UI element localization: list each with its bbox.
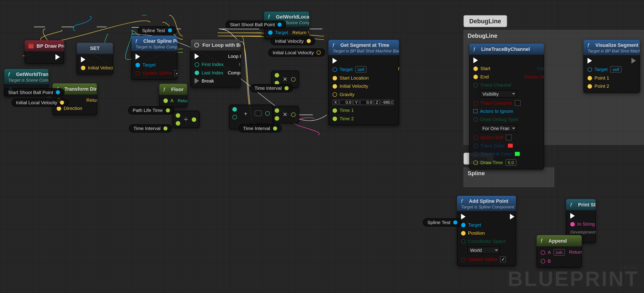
pin-draw-debug-type[interactable]: Draw Debug Type: [474, 116, 520, 122]
trace-channel-select[interactable]: Visibility: [480, 90, 517, 98]
variable-path-life-time[interactable]: Path Life Time: [128, 106, 174, 114]
pin-return-value[interactable]: Return Value: [86, 97, 97, 103]
variable-spline-test[interactable]: Spline Test: [138, 26, 177, 34]
node-append[interactable]: f Append Azxh B Return Value Add pin +: [536, 235, 582, 268]
pin-draw-time[interactable]: Draw Time5.0: [474, 159, 520, 166]
comment-tab[interactable]: DebugLine: [464, 15, 507, 27]
pin-target[interactable]: Targetself: [588, 66, 622, 73]
exec-in[interactable]: [461, 214, 506, 220]
pin-actors-to-ignore[interactable]: Actors to Ignore: [474, 108, 520, 114]
pin-coordinate-space[interactable]: Coordinate Space: [461, 239, 506, 244]
exec-in[interactable]: [474, 57, 520, 63]
exec-out[interactable]: [631, 58, 636, 63]
variable-start-shoot-ball-point[interactable]: Start Shoot Ball Point: [225, 20, 286, 29]
pin-b[interactable]: [274, 116, 279, 121]
pin-return-value[interactable]: Return Value: [569, 249, 582, 255]
pin-new-param1[interactable]: New Param 1: [398, 66, 399, 72]
checkbox[interactable]: [175, 70, 177, 76]
pin-trace-channel[interactable]: Trace Channel: [474, 82, 520, 88]
pin-a[interactable]: [274, 73, 279, 77]
pin-target[interactable]: Target: [136, 62, 177, 68]
node-set-initial-velocity[interactable]: SET Initial Velocity: [77, 43, 113, 74]
pin-target[interactable]: Target: [461, 222, 506, 228]
checkbox[interactable]: [514, 100, 520, 106]
pin-out[interactable]: [291, 77, 296, 81]
pin-last-index[interactable]: Last Index: [194, 70, 224, 75]
pin-initial-velocity[interactable]: Initial Velocity: [332, 83, 394, 89]
pin-out[interactable]: [291, 112, 296, 117]
node-clear-spline-points[interactable]: f Clear Spline Points Target is Spline C…: [132, 36, 177, 80]
pin-target[interactable]: Targetself: [332, 66, 394, 73]
checkbox[interactable]: [500, 256, 506, 262]
variable-start-shoot-ball-point[interactable]: Start Shoot Ball Point: [4, 88, 64, 96]
pin-point2[interactable]: Point 2: [588, 83, 622, 89]
pin-out[interactable]: [265, 111, 270, 116]
pin-b[interactable]: [232, 115, 237, 119]
pin-position[interactable]: Position: [461, 230, 506, 236]
pin-index[interactable]: Index: [239, 61, 241, 67]
pin-b[interactable]: [176, 121, 180, 125]
pin-return-value[interactable]: Return Value: [292, 30, 309, 35]
pin-a[interactable]: [176, 113, 180, 118]
draw-debug-select[interactable]: For One Frame: [480, 125, 517, 132]
pin-ignore-self[interactable]: Ignore Self: [474, 135, 520, 140]
exec-out[interactable]: [510, 214, 514, 220]
exec-in[interactable]: [81, 56, 113, 62]
pin-time2[interactable]: Time 2: [332, 116, 394, 121]
pin-start-location[interactable]: Start Location: [332, 75, 394, 81]
node-visualize-segment[interactable]: f Visualize Segment Target is BP Ball Sh…: [584, 40, 640, 93]
variable-initial-velocity[interactable]: Initial Velocity: [270, 37, 315, 45]
pin-update-spline[interactable]: Update Spline: [136, 70, 177, 76]
pin-trace-complex[interactable]: Trace Complex: [474, 100, 520, 106]
pin-out[interactable]: [192, 117, 196, 122]
node-bp-draw-projectile[interactable]: BP Draw Projectile: [25, 40, 64, 63]
pin-target[interactable]: Target: [268, 30, 288, 35]
checkbox[interactable]: [506, 135, 511, 140]
coordinate-space-select[interactable]: World: [468, 247, 500, 254]
svg-text:f: f: [8, 71, 10, 77]
node-get-segment-at-time[interactable]: f Get Segment at Time Target is BP Ball …: [328, 40, 399, 125]
pin-gravity[interactable]: Gravity: [332, 92, 394, 97]
pin-a[interactable]: [274, 108, 279, 113]
pin-end[interactable]: End: [474, 74, 520, 80]
gravity-vector-input[interactable]: XYZ: [332, 100, 394, 105]
node-multiply[interactable]: ×: [272, 106, 299, 123]
variable-time-interval[interactable]: Time Interval: [239, 124, 282, 132]
pin-a[interactable]: Azxh: [541, 249, 565, 256]
node-floor[interactable]: f Floor A Return Value: [159, 84, 187, 107]
variable-time-interval[interactable]: Time Interval: [250, 84, 293, 92]
pin-time1[interactable]: Time 1: [332, 108, 394, 113]
pin-trace-hit-color[interactable]: Trace Hit Color: [474, 151, 520, 157]
exec-in[interactable]: [194, 53, 224, 59]
pin-loop-body[interactable]: Loop Body: [228, 53, 241, 59]
exec-in[interactable]: [332, 58, 394, 63]
node-divide[interactable]: ÷: [172, 111, 200, 128]
pin-a[interactable]: A: [163, 98, 174, 103]
exec-in[interactable]: [588, 58, 622, 63]
pin-start[interactable]: Start: [474, 65, 520, 71]
exec-in[interactable]: [136, 54, 177, 59]
pin-first-index[interactable]: First Index: [194, 61, 224, 67]
node-line-trace-by-channel[interactable]: f LineTraceByChannel Start End Trace Cha…: [469, 43, 544, 169]
comment-spline[interactable]: Spline Spline: [464, 168, 554, 187]
pin-trace-color[interactable]: Trace Color: [474, 143, 520, 149]
pin-out-hit[interactable]: Out Hit: [537, 65, 544, 71]
node-for-loop-with-break[interactable]: For Loop with Break First Index Last Ind…: [190, 39, 240, 87]
variable-time-interval[interactable]: Time Interval: [129, 124, 172, 132]
pin-point1[interactable]: Point 1: [588, 75, 622, 81]
exec-in[interactable]: [570, 213, 596, 219]
variable-spline-test[interactable]: Spline Test: [423, 218, 462, 227]
pin-return-value[interactable]: Return Value: [524, 74, 544, 80]
variable-initial-local-velocity[interactable]: Initial Local Velocity: [268, 48, 325, 56]
pin-completed[interactable]: Completed: [228, 70, 241, 75]
pin-in-string[interactable]: In String: [570, 221, 596, 227]
node-add-spline-point[interactable]: f Add Spline Point Target is Spline Comp…: [457, 196, 516, 266]
pin-a[interactable]: [232, 107, 237, 112]
pin-return-value[interactable]: Return Value: [178, 98, 187, 103]
pin-b[interactable]: B: [541, 258, 565, 264]
pin-update-spline[interactable]: Update Spline: [461, 256, 506, 262]
pin-break[interactable]: Break: [194, 78, 224, 84]
pin-initial-velocity-in[interactable]: Initial Velocity: [81, 65, 113, 70]
variable-initial-local-velocity[interactable]: Initial Local Velocity: [12, 99, 69, 107]
exec-out[interactable]: [56, 54, 60, 60]
